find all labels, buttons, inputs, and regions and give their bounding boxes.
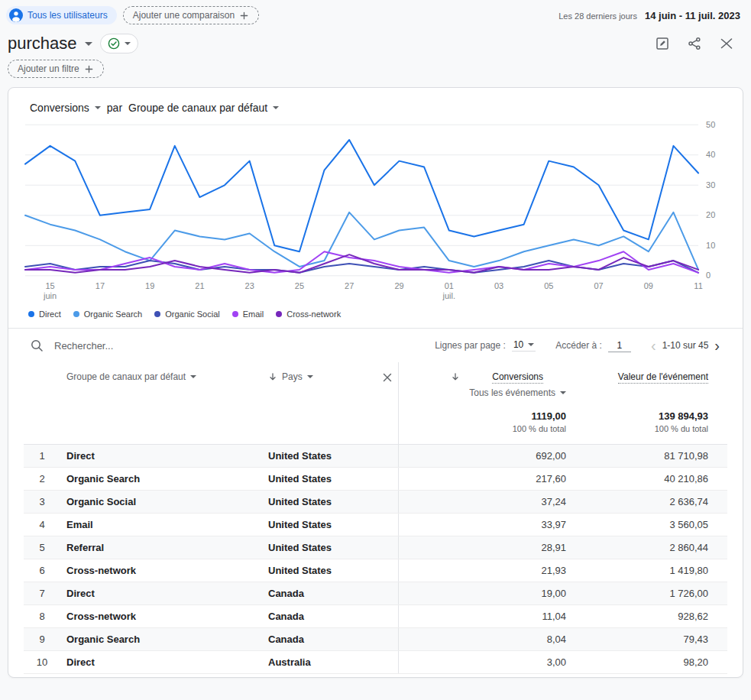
country-cell: United States bbox=[262, 536, 377, 559]
add-filter-chip[interactable]: Ajouter un filtre bbox=[8, 60, 104, 78]
conversions-cell: 217,60 bbox=[398, 468, 566, 490]
check-circle-icon bbox=[108, 37, 120, 50]
svg-text:07: 07 bbox=[594, 281, 603, 290]
event-value-cell: 79,43 bbox=[566, 628, 727, 650]
audience-person-icon bbox=[9, 8, 23, 22]
channel-cell: Email bbox=[60, 514, 262, 536]
index-column-header bbox=[24, 362, 60, 405]
conversions-cell: 28,91 bbox=[398, 536, 566, 559]
title-row: purchase bbox=[0, 28, 751, 53]
svg-text:09: 09 bbox=[644, 281, 653, 290]
event-value-cell: 81 710,98 bbox=[566, 445, 727, 467]
event-value-cell: 1 419,80 bbox=[566, 559, 727, 582]
conversions-column-header[interactable]: Conversions Tous les événements bbox=[451, 371, 566, 398]
event-value-column-header[interactable]: Valeur de l'événement bbox=[618, 371, 708, 384]
country-cell: Canada bbox=[262, 628, 377, 650]
svg-text:23: 23 bbox=[245, 281, 254, 290]
svg-text:15: 15 bbox=[46, 281, 55, 290]
remove-dimension-button[interactable] bbox=[381, 371, 393, 384]
primary-dimension-header[interactable]: Groupe de canaux par défaut bbox=[66, 371, 196, 382]
event-value-cell: 2 636,74 bbox=[566, 491, 727, 513]
event-value-total-pct: 100 % du total bbox=[655, 424, 708, 433]
conversion-event-badge[interactable] bbox=[100, 34, 138, 53]
next-page-button[interactable]: › bbox=[710, 338, 724, 353]
date-range-value: 14 juin - 11 juil. 2023 bbox=[645, 10, 740, 21]
goto-page-label: Accéder à : bbox=[555, 340, 602, 351]
legend-dot-icon bbox=[232, 311, 238, 317]
table-row[interactable]: 2Organic SearchUnited States217,6040 210… bbox=[24, 468, 727, 491]
insights-icon[interactable] bbox=[719, 36, 734, 51]
dimension-selector[interactable]: Groupe de canaux par défaut bbox=[128, 102, 279, 114]
conversions-line-chart: 0102030405015juin1719212325272901juil.03… bbox=[24, 117, 727, 308]
plus-icon bbox=[84, 64, 94, 74]
country-cell: United States bbox=[262, 468, 377, 490]
row-index: 9 bbox=[24, 628, 60, 650]
goto-page-input[interactable] bbox=[608, 339, 631, 352]
share-icon[interactable] bbox=[687, 36, 702, 51]
table-row[interactable]: 3Organic SocialUnited States37,242 636,7… bbox=[24, 491, 727, 514]
date-range-picker[interactable]: Les 28 derniers jours 14 juin - 11 juil.… bbox=[558, 10, 740, 21]
legend-dot-icon bbox=[73, 311, 79, 317]
metric-selector[interactable]: Conversions bbox=[30, 102, 101, 114]
row-index: 4 bbox=[24, 514, 60, 536]
svg-text:21: 21 bbox=[195, 281, 204, 290]
prev-page-button[interactable]: ‹ bbox=[646, 338, 661, 353]
table-row[interactable]: 6Cross-networkUnited States21,931 419,80 bbox=[24, 559, 727, 582]
channel-cell: Cross-network bbox=[60, 559, 262, 582]
legend-item: Direct bbox=[28, 309, 61, 319]
legend-item: Organic Search bbox=[73, 309, 142, 319]
audience-chip[interactable]: Tous les utilisateurs bbox=[6, 6, 117, 24]
conversions-cell: 8,04 bbox=[398, 628, 566, 650]
channel-cell: Direct bbox=[60, 445, 262, 467]
svg-text:50: 50 bbox=[706, 120, 715, 129]
table-row[interactable]: 8Cross-networkCanada11,04928,62 bbox=[24, 605, 727, 628]
rows-per-page-select[interactable]: 10 bbox=[512, 339, 536, 352]
conversions-total: 1119,00 bbox=[531, 410, 566, 422]
table-row[interactable]: 5ReferralUnited States28,912 860,44 bbox=[24, 536, 727, 559]
table-search[interactable] bbox=[30, 339, 435, 352]
legend-item: Organic Social bbox=[154, 309, 220, 319]
search-input[interactable] bbox=[53, 339, 236, 352]
chart-header: Conversions par Groupe de canaux par déf… bbox=[24, 100, 727, 117]
customize-report-icon[interactable] bbox=[655, 36, 670, 51]
search-icon bbox=[30, 339, 44, 352]
chevron-down-icon bbox=[95, 106, 101, 109]
legend-dot-icon bbox=[28, 311, 34, 317]
table-row[interactable]: 4EmailUnited States33,973 560,05 bbox=[24, 514, 727, 536]
svg-text:01: 01 bbox=[445, 281, 454, 290]
table-row[interactable]: 10DirectAustralia3,0098,20 bbox=[24, 651, 727, 674]
plus-icon bbox=[239, 11, 249, 21]
legend-dot-icon bbox=[154, 311, 160, 317]
svg-text:19: 19 bbox=[145, 281, 154, 290]
channel-cell: Direct bbox=[60, 582, 262, 604]
legend-item: Cross-network bbox=[276, 309, 341, 319]
sort-arrow-icon bbox=[268, 372, 277, 381]
svg-text:10: 10 bbox=[706, 241, 715, 250]
svg-text:25: 25 bbox=[295, 281, 304, 290]
country-cell: Australia bbox=[262, 651, 377, 673]
report-title-dropdown-caret-icon[interactable] bbox=[85, 42, 92, 46]
table-row[interactable]: 9Organic SearchCanada8,0479,43 bbox=[24, 628, 727, 651]
chart-legend: DirectOrganic SearchOrganic SocialEmailC… bbox=[24, 308, 727, 328]
rows-per-page-label: Lignes par page : bbox=[435, 340, 506, 351]
svg-text:03: 03 bbox=[494, 281, 503, 290]
channel-cell: Organic Social bbox=[60, 491, 262, 513]
legend-label: Organic Social bbox=[165, 309, 220, 319]
svg-text:40: 40 bbox=[706, 150, 715, 159]
table-row[interactable]: 7DirectCanada19,001 726,00 bbox=[24, 582, 727, 605]
row-index: 7 bbox=[24, 582, 60, 604]
row-index: 6 bbox=[24, 559, 60, 582]
table-row[interactable]: 1DirectUnited States692,0081 710,98 bbox=[24, 445, 727, 468]
add-comparison-chip[interactable]: Ajouter une comparaison bbox=[123, 6, 259, 24]
report-card: Conversions par Groupe de canaux par déf… bbox=[8, 87, 743, 678]
svg-text:29: 29 bbox=[394, 281, 403, 290]
country-cell: United States bbox=[262, 445, 377, 467]
svg-text:17: 17 bbox=[95, 281, 105, 290]
breakdown-joiner: par bbox=[107, 102, 122, 114]
conversions-total-pct: 100 % du total bbox=[513, 424, 566, 433]
svg-text:0: 0 bbox=[706, 271, 711, 280]
conversions-cell: 19,00 bbox=[398, 582, 566, 604]
audience-chip-label: Tous les utilisateurs bbox=[28, 10, 108, 21]
secondary-dimension-header[interactable]: Pays bbox=[268, 371, 313, 382]
row-index: 2 bbox=[24, 468, 60, 490]
